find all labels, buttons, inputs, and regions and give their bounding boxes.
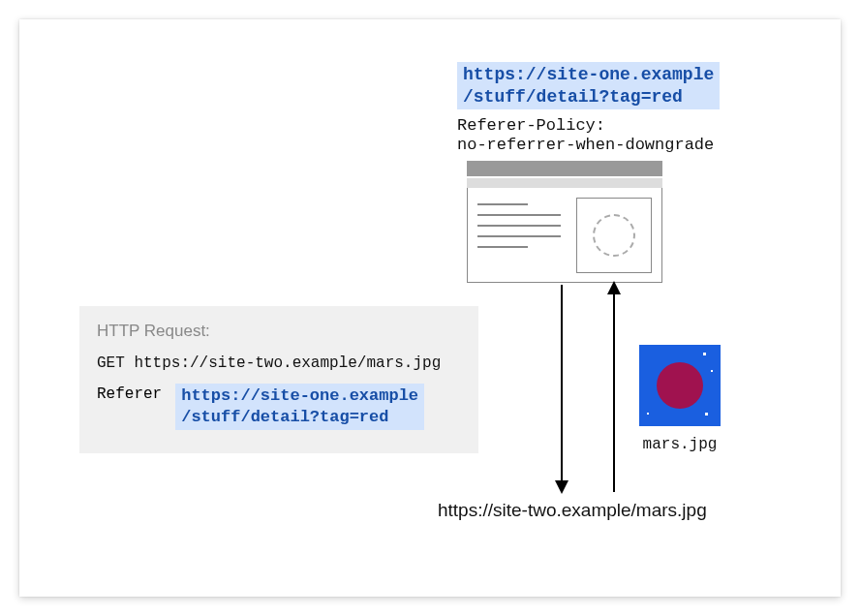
http-referer-row: Referer https://site-one.example /stuff/… (97, 384, 461, 430)
browser-urlbar (467, 178, 662, 188)
http-get-line: GET https://site-two.example/mars.jpg (97, 354, 461, 372)
image-placeholder-slot (576, 198, 652, 273)
mars-image-icon (639, 345, 721, 426)
diagram-canvas: https://site-one.example /stuff/detail?t… (19, 19, 841, 597)
referer-policy-text: Referer-Policy: no-referrer-when-downgra… (457, 116, 714, 156)
browser-window-icon (467, 161, 662, 285)
destination-url: https://site-two.example/mars.jpg (438, 500, 707, 521)
policy-value: no-referrer-when-downgrade (457, 136, 714, 154)
planet-icon (657, 362, 703, 409)
browser-body (467, 188, 662, 283)
origin-url-highlight: https://site-one.example /stuff/detail?t… (457, 62, 720, 109)
dotted-circle-icon (593, 214, 635, 257)
referer-url-line2: /stuff/detail?tag=red (181, 408, 388, 426)
referer-url-line1: https://site-one.example (181, 386, 418, 405)
mars-image-block: mars.jpg (639, 345, 721, 453)
origin-url-line2: /stuff/detail?tag=red (463, 87, 683, 107)
browser-titlebar (467, 161, 662, 176)
text-lines-icon (477, 198, 568, 272)
policy-label: Referer-Policy: (457, 116, 605, 135)
http-request-title: HTTP Request: (97, 322, 461, 341)
referer-header-label: Referer (97, 384, 162, 403)
origin-url-line1: https://site-one.example (463, 65, 714, 84)
http-request-box: HTTP Request: GET https://site-two.examp… (79, 306, 478, 453)
mars-filename-label: mars.jpg (639, 436, 721, 453)
referer-url-highlight: https://site-one.example /stuff/detail?t… (175, 384, 424, 430)
